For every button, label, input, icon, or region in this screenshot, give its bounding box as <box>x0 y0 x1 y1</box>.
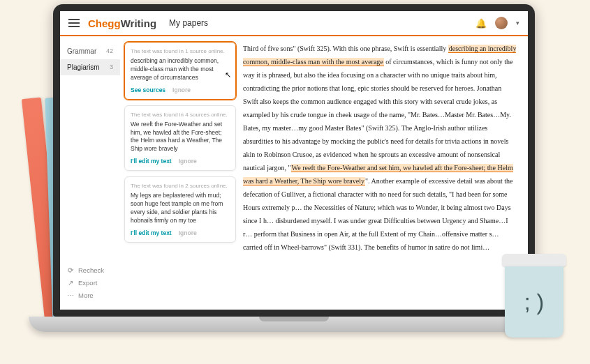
app-header: CheggWriting My papers 🔔 ▾ <box>60 11 528 36</box>
refresh-icon: ⟳ <box>67 266 74 274</box>
sidebar-footer: ⟳Recheck ↗Export ⋯More <box>60 261 120 310</box>
edit-text-link[interactable]: I'll edit my text <box>131 158 172 165</box>
avatar[interactable] <box>495 17 508 29</box>
more-button[interactable]: ⋯More <box>67 291 113 299</box>
doc-span: of circumstances, which is funny not onl… <box>243 58 512 172</box>
nav-my-papers[interactable]: My papers <box>169 18 208 28</box>
laptop-notch <box>259 317 329 321</box>
brand-secondary: Writing <box>121 17 156 29</box>
export-icon: ↗ <box>67 279 74 287</box>
sidebar-item-count: 3 <box>110 63 113 71</box>
app-screen: CheggWriting My papers 🔔 ▾ Grammar 42 P <box>60 11 528 310</box>
sidebar: Grammar 42 Plagiarism 3 ⟳Recheck ↗Export… <box>60 36 120 310</box>
screen-bezel: CheggWriting My papers 🔔 ▾ Grammar 42 P <box>53 4 535 317</box>
edit-text-link[interactable]: I'll edit my text <box>131 229 172 236</box>
menu-icon[interactable] <box>68 19 80 27</box>
more-icon: ⋯ <box>67 291 74 299</box>
issue-cards: The text was found in 1 source online. d… <box>120 36 240 310</box>
header-right: 🔔 ▾ <box>475 17 519 29</box>
cup-body: ; ) <box>505 266 563 338</box>
cursor-icon: ↖ <box>225 70 231 79</box>
card-text: My legs are beplastered with mud; soon h… <box>131 192 230 225</box>
issue-card[interactable]: The text was found in 4 sources online. … <box>124 105 236 172</box>
card-actions: I'll edit my text Ignore <box>131 158 230 165</box>
main-content: Grammar 42 Plagiarism 3 ⟳Recheck ↗Export… <box>60 36 528 310</box>
see-sources-link[interactable]: See sources <box>131 86 165 93</box>
card-actions: I'll edit my text Ignore <box>131 229 230 236</box>
card-source: The text was found in 1 source online. <box>131 48 230 54</box>
document-text[interactable]: Third of five sons" (Swift 325). With th… <box>240 36 528 310</box>
coffee-cup: ; ) <box>502 254 566 338</box>
issue-card[interactable]: The text was found in 1 source online. d… <box>124 42 236 100</box>
sidebar-item-grammar[interactable]: Grammar 42 <box>60 43 120 59</box>
doc-span: Third of five sons" (Swift 325). With th… <box>243 45 448 52</box>
sidebar-item-label: Grammar <box>67 47 96 55</box>
card-source: The text was found in 2 sources online. <box>131 183 230 189</box>
laptop-frame: CheggWriting My papers 🔔 ▾ Grammar 42 P <box>53 4 535 339</box>
card-source: The text was found in 4 sources online. <box>131 112 230 118</box>
cup-lid <box>502 254 566 266</box>
ignore-link[interactable]: Ignore <box>172 86 191 93</box>
cup-face: ; ) <box>524 289 544 315</box>
ignore-link[interactable]: Ignore <box>179 158 197 165</box>
chevron-down-icon[interactable]: ▾ <box>516 20 519 26</box>
laptop-base <box>29 317 559 332</box>
issue-card[interactable]: The text was found in 2 sources online. … <box>124 176 236 243</box>
card-actions: See sources Ignore <box>131 86 230 93</box>
export-button[interactable]: ↗Export <box>67 279 113 287</box>
sidebar-item-plagiarism[interactable]: Plagiarism 3 <box>60 59 120 75</box>
sidebar-item-label: Plagiarism <box>67 63 100 71</box>
bell-icon[interactable]: 🔔 <box>475 18 487 29</box>
sidebar-item-count: 42 <box>106 47 113 55</box>
doc-span: ". Another example of excessive detail w… <box>243 177 512 251</box>
card-text: We reeft the Fore-Weather and set him, w… <box>131 121 230 154</box>
card-text: describing an incredibly common, middle-… <box>131 57 230 82</box>
brand-primary: Chegg <box>88 17 121 29</box>
brand-logo[interactable]: CheggWriting <box>88 17 156 29</box>
recheck-button[interactable]: ⟳Recheck <box>67 266 113 274</box>
ignore-link[interactable]: Ignore <box>179 229 197 236</box>
